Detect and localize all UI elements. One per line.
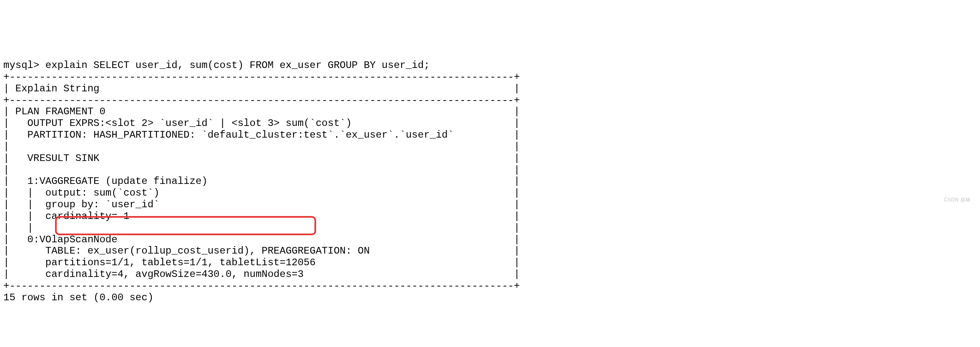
plan-row: | 0:VOlapScanNode |: [3, 234, 520, 245]
plan-row: | |: [3, 164, 520, 176]
table-border-bottom: +---------------------------------------…: [3, 280, 520, 292]
plan-row: | PARTITION: HASH_PARTITIONED: `default_…: [3, 129, 520, 141]
plan-row: | | cardinality=-1 |: [3, 211, 520, 222]
plan-row: | OUTPUT EXPRS:<slot 2> `user_id` | <slo…: [3, 118, 520, 129]
prompt: mysql>: [3, 60, 45, 71]
plan-row: | cardinality=4, avgRowSize=430.0, numNo…: [3, 269, 520, 280]
plan-row: | partitions=1/1, tablets=1/1, tabletLis…: [3, 257, 520, 268]
plan-row: | | group by: `user_id` |: [3, 199, 520, 210]
sql-command: explain SELECT user_id, sum(cost) FROM e…: [45, 60, 430, 71]
table-header: | Explain String |: [3, 83, 520, 94]
table-border-mid: +---------------------------------------…: [3, 95, 520, 106]
plan-row: | TABLE: ex_user(rollup_cost_userid), PR…: [3, 245, 520, 256]
mysql-terminal: mysql> explain SELECT user_id, sum(cost)…: [3, 48, 977, 327]
plan-row: | PLAN FRAGMENT 0 |: [3, 106, 520, 117]
watermark: CSDN @林: [944, 197, 971, 203]
table-border-top: +---------------------------------------…: [3, 71, 520, 83]
plan-row: | |: [3, 141, 520, 152]
plan-row: | VRESULT SINK |: [3, 153, 520, 164]
result-footer: 15 rows in set (0.00 sec): [3, 292, 153, 303]
plan-row: | 1:VAGGREGATE (update finalize) |: [3, 176, 520, 187]
plan-row: | | output: sum(`cost`) |: [3, 187, 520, 199]
plan-row: | | |: [3, 222, 520, 234]
